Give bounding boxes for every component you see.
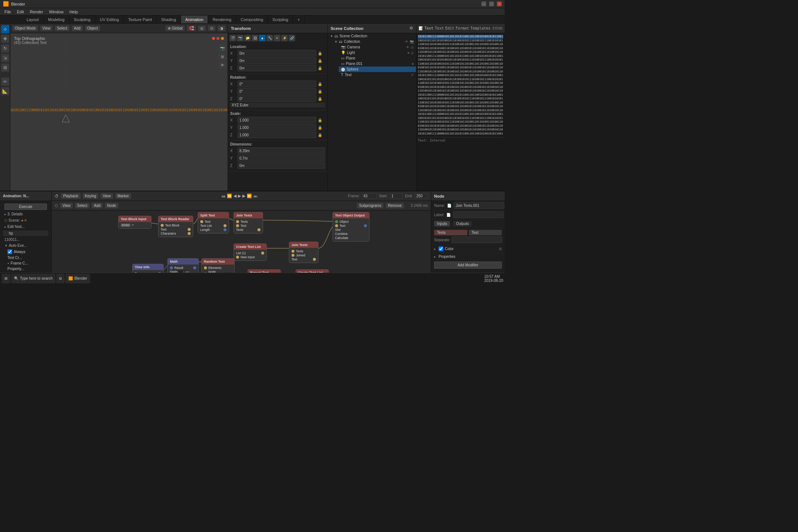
tab-compositing[interactable]: Compositing xyxy=(236,16,268,23)
ne-add-menu[interactable]: Add xyxy=(92,203,103,208)
blender-taskbar-btn[interactable]: 🟧 Blender xyxy=(65,274,90,283)
tab-uv-editing[interactable]: UV Editing xyxy=(95,16,124,23)
viewport-object-menu[interactable]: Object xyxy=(85,25,100,31)
viewport-overlay[interactable]: ⊙ xyxy=(208,25,215,31)
tab-sculpting[interactable]: Sculpting xyxy=(69,16,95,23)
text-editor-templates[interactable]: Templates xyxy=(470,26,490,30)
tab-scripting[interactable]: Scripting xyxy=(268,16,293,23)
prop-view-icon[interactable]: 🖼 xyxy=(252,35,258,41)
viewport-select-menu[interactable]: Select xyxy=(55,25,69,31)
dimensions-x-input[interactable] xyxy=(238,147,325,154)
prop-constraints-icon[interactable]: 🔗 xyxy=(289,35,295,41)
ne-remove[interactable]: Remove xyxy=(386,203,404,208)
annotate-tool[interactable]: ✏ xyxy=(1,78,9,86)
close-button[interactable]: ✕ xyxy=(497,1,502,6)
viewport-proportional[interactable]: ◎ xyxy=(198,25,206,31)
prop-particles-icon[interactable]: ✦ xyxy=(274,35,280,41)
ne-subprograms[interactable]: Subprograms xyxy=(357,203,383,208)
next-frame-btn[interactable]: ⏩ xyxy=(247,194,252,198)
select-icon-light[interactable]: ◎ xyxy=(411,51,414,55)
always-checkbox[interactable] xyxy=(7,249,12,254)
inputs-btn[interactable]: Inputs xyxy=(434,221,450,226)
node-split-text[interactable]: Split Text Text Text List Length xyxy=(198,212,229,233)
vp-view-btn[interactable]: 👁 xyxy=(219,61,226,69)
end-input[interactable] xyxy=(415,193,428,199)
execute-button[interactable]: Execute xyxy=(4,204,47,210)
tab-modeling[interactable]: Modeling xyxy=(44,16,69,23)
location-y-input[interactable] xyxy=(238,57,316,64)
eye-icon-camera[interactable]: 👁 xyxy=(406,45,409,49)
node-text-block-input[interactable]: Text Block Input EYOO ✕ xyxy=(118,216,151,229)
start-button[interactable]: ⊞ xyxy=(1,274,10,283)
prop-physics-icon[interactable]: ⚡ xyxy=(281,35,288,41)
maximize-button[interactable]: □ xyxy=(489,1,494,6)
rotation-z-input[interactable] xyxy=(238,95,316,102)
text-editor-format[interactable]: Text xyxy=(435,26,444,30)
scene-item-plane[interactable]: ▭ Plane xyxy=(339,55,416,61)
scene-x-icon[interactable]: ✕ xyxy=(24,218,27,222)
node-join-texts-mid[interactable]: Join Texts Texts Joined Text xyxy=(289,242,318,263)
measure-tool[interactable]: 📐 xyxy=(1,87,9,95)
cursor-tool[interactable]: ⊹ xyxy=(1,25,9,33)
tab-texture-paint[interactable]: Texture Paint xyxy=(124,16,157,23)
task-view-btn[interactable]: ⧉ xyxy=(56,274,65,283)
tab-add[interactable]: + xyxy=(293,16,304,23)
menu-edit[interactable]: Edit xyxy=(14,9,27,15)
camera-icon-collection[interactable]: 📷 xyxy=(410,40,414,44)
prev-keyframe-btn[interactable]: ◀ xyxy=(233,194,236,198)
menu-help[interactable]: Help xyxy=(66,9,81,15)
playback-menu[interactable]: Playback xyxy=(61,193,81,199)
vp-grid-btn[interactable]: ⊞ xyxy=(219,53,226,60)
color-checkbox[interactable] xyxy=(439,246,443,251)
scene-item-camera[interactable]: 📷 Camera 👁 ◎ xyxy=(339,44,416,50)
auto-edit-nod[interactable]: ▸Edit Nod... xyxy=(1,224,50,230)
scene-item-light[interactable]: 💡 Light ● ◎ xyxy=(339,50,416,55)
ne-node-menu[interactable]: Node xyxy=(105,203,118,208)
tab-shading[interactable]: Shading xyxy=(157,16,181,23)
viewport-view-menu[interactable]: View xyxy=(40,25,53,31)
node-text-block-reader[interactable]: Text Block Reader Text Block Text Charac… xyxy=(158,216,193,237)
search-box[interactable]: 🔍 Type here to search xyxy=(11,274,55,283)
next-keyframe-btn[interactable]: ▶ xyxy=(242,194,245,198)
menu-render[interactable]: Render xyxy=(27,9,46,15)
rotation-x-input[interactable] xyxy=(238,81,316,87)
prop-object-icon[interactable]: ▲ xyxy=(259,35,266,41)
rotate-tool[interactable]: ↻ xyxy=(1,44,9,52)
move-tool[interactable]: ✥ xyxy=(1,35,9,43)
scene-item-sphere[interactable]: ⬤ Sphere xyxy=(339,66,416,72)
scale-z-input[interactable] xyxy=(238,132,316,138)
eye-icon-collection[interactable]: 👁 xyxy=(405,40,408,44)
node-text-object-output[interactable]: Text Object Output Object Text Slot xyxy=(332,212,369,242)
node-name-input[interactable] xyxy=(454,202,504,209)
prop-render-icon[interactable]: 📷 xyxy=(237,35,243,41)
marker-menu[interactable]: Marker xyxy=(115,193,131,199)
menu-file[interactable]: File xyxy=(1,9,14,15)
scale-y-input[interactable] xyxy=(238,124,316,131)
scene-item-plane001[interactable]: ▭ Plane.001 ● xyxy=(339,61,416,66)
ne-select-menu[interactable]: Select xyxy=(75,203,90,208)
separate-input[interactable] xyxy=(451,236,502,243)
node-join-texts-top[interactable]: Join Texts Texts Text Texts xyxy=(233,212,263,233)
ne-view-menu[interactable]: View xyxy=(60,203,73,208)
text-editor-edit[interactable]: Edit xyxy=(445,26,454,30)
text-input-btn[interactable]: Text xyxy=(469,230,502,235)
prop-scene-icon[interactable]: 🎬 xyxy=(229,35,236,41)
start-input[interactable] xyxy=(390,193,403,199)
tab-layout[interactable]: Layout xyxy=(22,16,44,23)
node-editor[interactable]: ⬡ View Select Add Node Subprograms Remov… xyxy=(52,201,431,284)
text-editor-format2[interactable]: Format xyxy=(456,26,469,30)
text-cycle-icon[interactable]: ↺ xyxy=(411,73,414,77)
auto-autoexe[interactable]: ▼Auto Exe... xyxy=(1,242,50,249)
scene-item-scene-collection[interactable]: ▼ 🗂 Scene Collection xyxy=(328,33,416,39)
scale-tool[interactable]: ⇲ xyxy=(1,54,9,62)
viewport-shading[interactable]: ◑ xyxy=(218,25,225,31)
location-z-input[interactable] xyxy=(238,65,316,71)
tab-rendering[interactable]: Rendering xyxy=(208,16,236,23)
jump-end-btn[interactable]: ⏭ xyxy=(253,194,258,198)
select-icon-camera[interactable]: ◎ xyxy=(411,45,414,49)
viewport-add-menu[interactable]: Add xyxy=(72,25,83,31)
prev-frame-btn[interactable]: ⏪ xyxy=(227,194,232,198)
scene-filter-icon[interactable]: ⚙ xyxy=(409,26,413,31)
viewport-snap[interactable]: 🧲 xyxy=(187,25,196,31)
location-x-input[interactable] xyxy=(238,50,316,57)
